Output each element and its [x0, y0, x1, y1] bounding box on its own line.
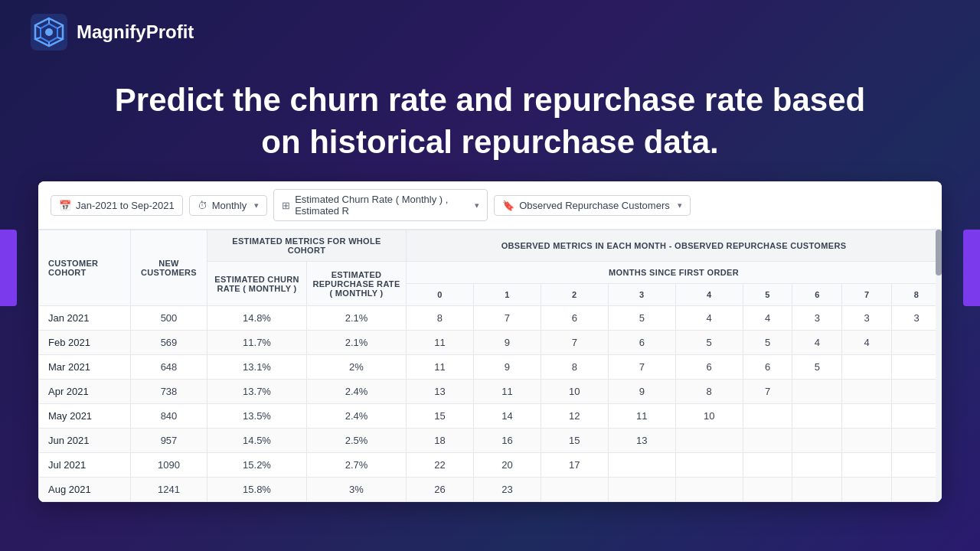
cell-month-4: 8 [675, 380, 743, 404]
cell-month-4: 10 [675, 404, 743, 429]
table-body: Jan 202150014.8%2.1%876544333Feb 2021569… [39, 306, 942, 502]
date-range-picker[interactable]: 📅 Jan-2021 to Sep-2021 [51, 195, 183, 216]
right-accent-bar [963, 230, 980, 306]
table-row: May 202184013.5%2.4%1514121110 [39, 404, 942, 429]
cell-month-2: 6 [541, 306, 608, 331]
cell-cohort: Jun 2021 [39, 429, 131, 453]
col-header-estimated-metrics: Estimated Metrics for Whole Cohort [207, 230, 407, 262]
scrollbar-track[interactable] [936, 230, 942, 502]
cell-new-customers: 738 [131, 380, 207, 404]
chevron-down-icon-2: ▾ [475, 201, 479, 210]
cell-month-4: 5 [675, 331, 743, 355]
cell-month-8 [892, 453, 942, 478]
table-row: Mar 202164813.1%2%11987665 [39, 355, 942, 380]
cell-month-7 [842, 380, 892, 404]
cell-repurchase-rate: 2.5% [307, 429, 407, 453]
cell-month-1: 9 [473, 331, 541, 355]
cell-new-customers: 648 [131, 355, 207, 380]
cell-new-customers: 957 [131, 429, 207, 453]
cell-repurchase-rate: 2.4% [307, 404, 407, 429]
cell-month-8 [892, 404, 942, 429]
scrollbar-thumb[interactable] [936, 230, 942, 276]
table-row: Aug 2021124115.8%3%2623 [39, 478, 942, 502]
col-header-observed-metrics: Observed Metrics in Each Month - Observe… [407, 230, 942, 262]
observed-value: Observed Repurchase Customers [519, 200, 670, 211]
col-header-months: Months Since First Order [407, 262, 942, 284]
cell-month-5 [743, 429, 792, 453]
month-col-4: 4 [675, 284, 743, 306]
cell-repurchase-rate: 2.7% [307, 453, 407, 478]
cell-month-4: 6 [675, 355, 743, 380]
cell-repurchase-rate: 3% [307, 478, 407, 502]
cell-month-1: 16 [473, 429, 541, 453]
month-col-7: 7 [842, 284, 892, 306]
cell-month-8 [892, 429, 942, 453]
table-row: Jan 202150014.8%2.1%876544333 [39, 306, 942, 331]
month-col-6: 6 [792, 284, 842, 306]
cell-month-7 [842, 404, 892, 429]
cell-month-5 [743, 453, 792, 478]
cell-month-7: 3 [842, 306, 892, 331]
cell-month-4 [675, 453, 743, 478]
hero-section: Predict the churn rate and repurchase ra… [0, 64, 980, 181]
table-row: Feb 202156911.7%2.1%119765544 [39, 331, 942, 355]
cell-churn-rate: 15.2% [207, 453, 307, 478]
cell-cohort: Mar 2021 [39, 355, 131, 380]
cell-repurchase-rate: 2.1% [307, 306, 407, 331]
cell-month-3: 11 [608, 404, 675, 429]
month-col-5: 5 [743, 284, 792, 306]
cell-month-6 [792, 453, 842, 478]
cell-month-1: 11 [473, 380, 541, 404]
hero-title: Predict the churn rate and repurchase ra… [31, 80, 949, 163]
cell-churn-rate: 14.5% [207, 429, 307, 453]
cell-month-0: 11 [407, 331, 474, 355]
cell-month-6: 5 [792, 355, 842, 380]
cell-month-6 [792, 404, 842, 429]
month-col-8: 8 [892, 284, 942, 306]
cell-month-5: 6 [743, 355, 792, 380]
cell-month-3: 6 [608, 331, 675, 355]
bookmark-icon: 🔖 [502, 200, 514, 211]
table-row: Jul 2021109015.2%2.7%222017 [39, 453, 942, 478]
col-header-cohort: Customer Cohort [39, 230, 131, 306]
metrics-picker[interactable]: ⊞ Estimated Churn Rate ( Monthly ) , Est… [273, 189, 488, 221]
cell-month-4: 4 [675, 306, 743, 331]
cell-month-8 [892, 380, 942, 404]
svg-point-3 [45, 28, 53, 36]
cell-new-customers: 500 [131, 306, 207, 331]
cell-month-1: 20 [473, 453, 541, 478]
month-col-3: 3 [608, 284, 675, 306]
cell-month-2: 7 [541, 331, 608, 355]
col-header-repurchase-rate: Estimated Repurchase Rate ( Monthly ) [307, 262, 407, 306]
month-col-2: 2 [541, 284, 608, 306]
table-scroll-area[interactable]: Customer Cohort New Customers Estimated … [38, 230, 942, 502]
cell-month-4 [675, 429, 743, 453]
cell-month-1: 23 [473, 478, 541, 502]
cell-month-3: 7 [608, 355, 675, 380]
cell-month-3: 9 [608, 380, 675, 404]
cell-cohort: Apr 2021 [39, 380, 131, 404]
cell-month-3 [608, 478, 675, 502]
cell-month-1: 7 [473, 306, 541, 331]
cell-month-0: 15 [407, 404, 474, 429]
cell-month-7 [842, 355, 892, 380]
cell-new-customers: 1090 [131, 453, 207, 478]
cell-month-2: 17 [541, 453, 608, 478]
cell-month-1: 9 [473, 355, 541, 380]
cell-churn-rate: 15.8% [207, 478, 307, 502]
cell-month-0: 8 [407, 306, 474, 331]
observed-picker[interactable]: 🔖 Observed Repurchase Customers ▾ [494, 195, 691, 216]
month-col-0: 0 [407, 284, 474, 306]
cell-month-5 [743, 404, 792, 429]
chevron-down-icon: ▾ [254, 201, 259, 210]
header: MagnifyProfit [0, 0, 980, 64]
cell-month-5: 7 [743, 380, 792, 404]
logo-icon [31, 14, 67, 51]
cell-month-4 [675, 478, 743, 502]
clock-icon: ⏱ [198, 200, 207, 211]
table-row: Jun 202195714.5%2.5%18161513 [39, 429, 942, 453]
cell-month-3 [608, 453, 675, 478]
cell-month-2: 15 [541, 429, 608, 453]
cell-month-6: 4 [792, 331, 842, 355]
frequency-picker[interactable]: ⏱ Monthly ▾ [189, 195, 268, 216]
